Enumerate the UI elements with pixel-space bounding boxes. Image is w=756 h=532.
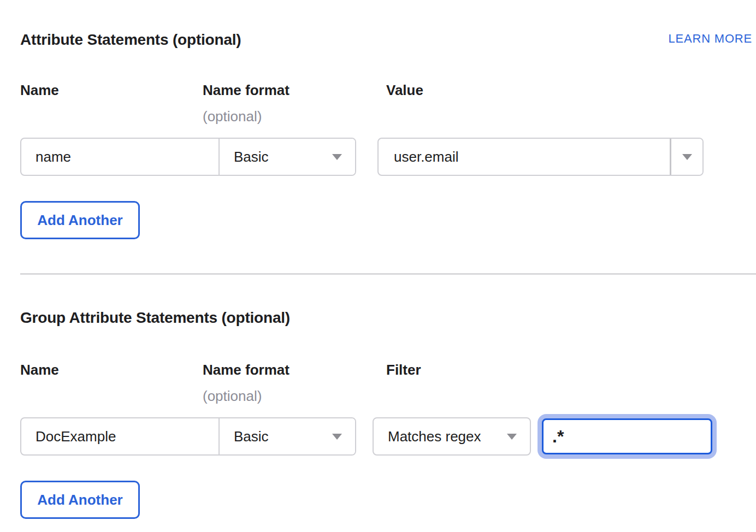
attribute-name-input[interactable] xyxy=(21,139,218,175)
column-label-name: Name xyxy=(20,362,203,378)
filter-operator-selected-value: Matches regex xyxy=(388,428,481,445)
column-label-name-format: Name format xyxy=(203,82,386,98)
column-label-name-format-optional: (optional) xyxy=(203,108,386,125)
group-attribute-statements-header: Group Attribute Statements (optional) xyxy=(20,309,756,327)
column-label-filter: Filter xyxy=(386,362,756,378)
value-combobox xyxy=(377,138,704,176)
value-dropdown-button[interactable] xyxy=(671,139,702,175)
column-label-value: Value xyxy=(386,82,756,98)
chevron-down-icon xyxy=(682,154,692,160)
chevron-down-icon xyxy=(332,154,342,160)
section-divider xyxy=(20,273,756,275)
filter-regex-input[interactable] xyxy=(542,418,712,454)
attribute-value-input[interactable] xyxy=(379,139,670,175)
group-name-format-select[interactable]: Basic xyxy=(220,418,355,454)
group-attribute-statement-row: Basic Matches regex xyxy=(20,417,756,456)
group-name-format-selected-value: Basic xyxy=(234,428,269,445)
add-another-attribute-button[interactable]: Add Another xyxy=(20,201,140,239)
column-label-name-format: Name format xyxy=(203,362,386,378)
filter-operator-select[interactable]: Matches regex xyxy=(373,417,531,456)
group-name-and-format-group: Basic xyxy=(20,417,356,456)
saml-settings-page: Attribute Statements (optional) LEARN MO… xyxy=(0,31,756,519)
learn-more-link[interactable]: LEARN MORE xyxy=(669,32,752,46)
chevron-down-icon xyxy=(332,434,342,440)
attribute-statements-header: Attribute Statements (optional) LEARN MO… xyxy=(20,31,756,49)
group-column-headers: Name Name format (optional) Filter xyxy=(20,362,756,404)
group-attribute-statements-title: Group Attribute Statements (optional) xyxy=(20,309,290,327)
group-attribute-name-input[interactable] xyxy=(21,418,218,454)
name-format-selected-value: Basic xyxy=(234,149,269,165)
attribute-statements-title: Attribute Statements (optional) xyxy=(20,31,241,49)
add-another-group-attribute-button[interactable]: Add Another xyxy=(20,481,140,519)
attribute-statement-row: Basic xyxy=(20,138,756,176)
column-label-name-format-optional: (optional) xyxy=(203,388,386,404)
column-label-name: Name xyxy=(20,82,203,98)
name-format-select[interactable]: Basic xyxy=(220,139,355,175)
chevron-down-icon xyxy=(507,434,517,440)
name-and-format-group: Basic xyxy=(20,138,356,176)
attribute-column-headers: Name Name format (optional) Value xyxy=(20,82,756,125)
